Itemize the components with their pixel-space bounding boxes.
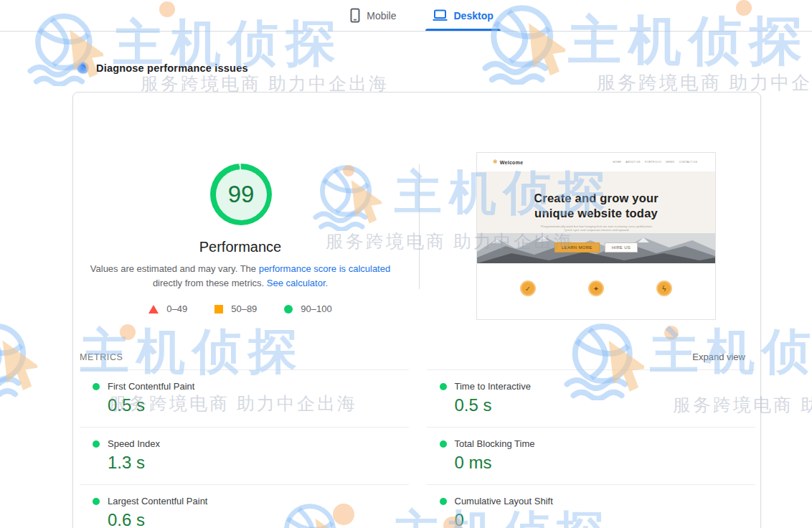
thumb-feature-icons: ✓ ✦ ϟ	[477, 263, 715, 301]
desktop-laptop-icon	[433, 9, 448, 22]
metric-name: Cumulative Layout Shift	[455, 496, 553, 506]
legend-good-range: 90–100	[301, 303, 331, 314]
bolt-icon: ϟ	[656, 280, 672, 296]
metric-name: First Contentful Paint	[108, 381, 194, 392]
thumb-hero-paragraph: Programmatically work but low hanging fr…	[538, 225, 656, 232]
legend-average-range: 50–89	[231, 303, 257, 314]
metric-cumulative-layout-shift: Cumulative Layout Shift 0	[427, 484, 756, 528]
metric-name: Speed Index	[108, 438, 160, 449]
section-title: Diagnose performance issues	[96, 62, 248, 74]
poor-triangle-icon	[148, 305, 159, 314]
legend-average: 50–89	[214, 303, 257, 314]
see-calculator-link[interactable]: See calculator.	[267, 278, 328, 288]
metric-value: 1.3 s	[108, 453, 409, 473]
thumb-nav-portfolio: PORTFOLIO	[645, 161, 661, 164]
disclaimer-text-1: Values are estimated and may vary. The	[90, 263, 259, 274]
score-legend: 0–49 50–89 90–100	[97, 303, 384, 314]
watermark-globe-logo-icon	[0, 320, 37, 399]
metric-largest-contentful-paint: Largest Contentful Paint 0.6 s	[80, 484, 409, 528]
score-calc-link[interactable]: performance score is calculated	[259, 263, 391, 274]
metric-value: 0	[455, 510, 756, 528]
thumb-heading-line1: Create and grow your	[534, 192, 658, 204]
good-metric-dot-icon	[93, 498, 100, 505]
pagespeed-report: Mobile Desktop Diagnose performance issu…	[0, 0, 812, 528]
tab-desktop[interactable]: Desktop	[427, 0, 499, 31]
performance-label: Performance	[97, 239, 384, 255]
metric-name: Largest Contentful Paint	[108, 496, 207, 506]
metric-value: 0 ms	[455, 453, 756, 473]
thumb-site-logo: ❋ Welcome	[493, 159, 523, 165]
thumb-nav-news: NEWS	[666, 161, 674, 164]
site-screenshot-thumbnail[interactable]: ❋ Welcome HOME ABOUT US PORTFOLIO NEWS C…	[476, 152, 716, 320]
thumb-heading-line2: unique website today	[534, 207, 658, 220]
performance-score-gauge[interactable]: 99	[210, 164, 272, 225]
metric-name: Time to Interactive	[455, 381, 531, 392]
legend-poor: 0–49	[148, 303, 187, 314]
tab-desktop-label: Desktop	[454, 10, 494, 22]
butterfly-logo-icon: ❋	[493, 159, 498, 165]
thumb-nav-about: ABOUT US	[625, 161, 640, 164]
legend-good: 90–100	[284, 303, 331, 314]
performance-score-value: 99	[228, 181, 255, 208]
diagnose-section-header: Diagnose performance issues	[77, 62, 248, 74]
good-metric-dot-icon	[93, 383, 100, 390]
expand-view-button[interactable]: Expand view	[692, 352, 745, 362]
thumb-nav-home: HOME	[613, 161, 621, 164]
tab-mobile-label: Mobile	[367, 10, 396, 22]
performance-report-card: 99 Performance Values are estimated and …	[72, 92, 761, 528]
spark-icon: ✦	[588, 280, 604, 296]
thumb-site-nav: HOME ABOUT US PORTFOLIO NEWS CONTACT US	[613, 161, 697, 164]
thumb-hero-heading: Create and grow your unique website toda…	[477, 171, 715, 221]
good-metric-dot-icon	[93, 440, 100, 448]
good-metric-dot-icon	[440, 383, 447, 390]
metrics-header: METRICS	[80, 352, 123, 362]
good-circle-icon	[284, 305, 293, 314]
metric-value: 0.6 s	[108, 510, 409, 528]
check-icon: ✓	[520, 280, 536, 296]
score-disclaimer: Values are estimated and may vary. The p…	[75, 262, 405, 291]
good-metric-dot-icon	[440, 440, 447, 448]
thumb-site-name: Welcome	[500, 160, 524, 165]
metric-total-blocking-time: Total Blocking Time 0 ms	[427, 427, 756, 484]
metrics-grid: First Contentful Paint 0.5 s Time to Int…	[80, 369, 755, 528]
metric-time-to-interactive: Time to Interactive 0.5 s	[427, 369, 756, 427]
device-tabbar: Mobile Desktop	[0, 0, 812, 32]
metric-value: 0.5 s	[455, 395, 756, 415]
good-metric-dot-icon	[440, 498, 447, 505]
mobile-phone-icon	[350, 8, 360, 23]
metric-name: Total Blocking Time	[455, 438, 535, 449]
disclaimer-text-2: directly from these metrics.	[153, 278, 267, 288]
metric-first-contentful-paint: First Contentful Paint 0.5 s	[80, 369, 409, 427]
lighthouse-icon	[77, 62, 89, 74]
thumb-learn-more-button: LEARN MORE	[554, 242, 600, 253]
metric-value: 0.5 s	[108, 395, 409, 415]
metric-speed-index: Speed Index 1.3 s	[80, 427, 409, 484]
thumb-site-header: ❋ Welcome HOME ABOUT US PORTFOLIO NEWS C…	[477, 153, 715, 171]
thumb-nav-contact: CONTACT US	[679, 161, 697, 164]
legend-poor-range: 0–49	[166, 303, 187, 314]
tab-mobile[interactable]: Mobile	[344, 0, 402, 31]
average-square-icon	[214, 305, 223, 314]
vertical-divider	[419, 164, 420, 289]
thumb-hire-us-button: HIRE US	[605, 242, 638, 253]
